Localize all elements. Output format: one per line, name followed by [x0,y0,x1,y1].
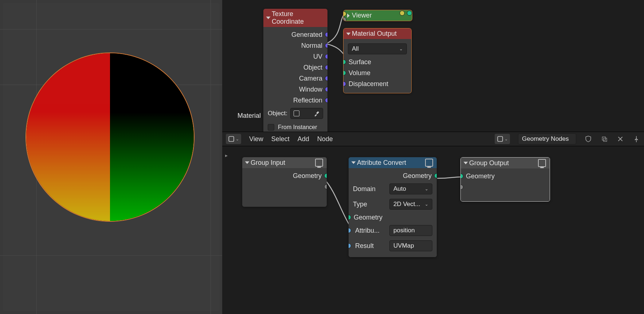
input-surface[interactable]: Surface [343,57,411,67]
output-geometry[interactable]: Geometry [349,170,437,181]
output-camera[interactable]: Camera [263,73,327,84]
collapse-icon[interactable] [245,162,250,164]
sidebar-toggle-icon[interactable]: ▸ [225,152,228,158]
input-result[interactable]: Result UVMap [349,238,437,253]
node-header[interactable]: Group Output [461,158,550,168]
menu-select[interactable]: Select [271,135,290,143]
output-object[interactable]: Object [263,62,327,73]
input-attribute[interactable]: Attribu... position [349,223,437,238]
output-geometry[interactable]: Geometry [242,170,327,181]
nodetree-icon [497,136,503,142]
input-virtual[interactable] [461,182,550,193]
editor-type-dropdown[interactable]: ⌄ [226,134,241,144]
object-icon [294,111,299,116]
collapse-icon[interactable] [346,32,351,35]
node-header[interactable]: Material Output [343,28,411,39]
pin-icon[interactable] [632,135,640,143]
expand-icon[interactable] [347,13,350,18]
checkbox-icon[interactable] [268,124,274,131]
output-normal[interactable]: Normal [263,40,327,51]
result-field[interactable]: UVMap [389,240,432,251]
output-reflection[interactable]: Reflection [263,95,327,106]
node-attribute-convert[interactable]: Attribute Convert Geometry Domain Auto⌄ … [349,157,437,257]
node-viewer[interactable]: Viewer [343,10,412,21]
domain-dropdown[interactable]: Auto⌄ [389,183,432,194]
input-geometry[interactable]: Geometry [349,212,437,223]
collapse-icon[interactable] [464,162,468,164]
svg-rect-5 [498,136,503,142]
viewport[interactable] [0,0,222,314]
node-title: Group Input [251,159,285,167]
node-header[interactable]: Attribute Convert [349,157,437,168]
node-title: Texture Coordinate [272,10,324,26]
input-geometry[interactable]: Geometry [461,171,550,182]
geometry-nodes-header: ⌄ View Select Add Node ⌄ Geometry Nodes [222,132,644,146]
node-title: Attribute Convert [357,159,406,167]
preview-sphere [26,53,194,221]
node-group-input[interactable]: Group Input Geometry [242,157,327,207]
collapse-icon[interactable] [352,162,356,164]
menu-add[interactable]: Add [298,135,309,143]
node-title: Material Output [352,30,397,38]
target-dropdown[interactable]: All⌄ [348,43,407,54]
duplicate-icon[interactable] [600,135,608,143]
nodetree-name-field[interactable]: Geometry Nodes [518,133,576,144]
fake-user-icon[interactable] [584,135,592,143]
monitor-icon[interactable] [538,159,546,167]
attribute-field[interactable]: position [389,225,432,236]
monitor-icon[interactable] [315,159,323,167]
type-label: Type [353,201,367,208]
object-label: Object: [268,110,287,117]
output-virtual[interactable] [242,181,327,192]
unlink-icon[interactable] [616,135,624,143]
object-picker[interactable] [290,108,323,119]
node-header[interactable]: Group Input [242,157,327,168]
node-group-output[interactable]: Group Output Geometry [460,157,550,202]
output-uv[interactable]: UV [263,51,327,62]
eyedropper-icon[interactable] [314,111,320,116]
node-texture-coordinate[interactable]: Texture Coordinate Generated Normal UV O… [263,9,327,137]
svg-rect-7 [604,138,607,142]
node-header[interactable]: Viewer [343,10,412,21]
editor-icon [228,136,235,142]
monitor-icon[interactable] [425,159,433,167]
output-generated[interactable]: Generated [263,29,327,40]
collapse-icon[interactable] [266,17,271,19]
node-title: Viewer [352,12,372,19]
svg-rect-4 [229,136,234,142]
menu-view[interactable]: View [249,135,263,143]
domain-label: Domain [353,185,376,193]
type-dropdown[interactable]: 2D Vect...⌄ [389,199,432,210]
editor-label: Material [237,112,261,120]
input-volume[interactable]: Volume [343,67,411,78]
output-window[interactable]: Window [263,84,327,95]
node-title: Group Output [469,159,509,167]
nodetree-type-dropdown[interactable]: ⌄ [495,134,510,144]
node-header[interactable]: Texture Coordinate [263,9,327,27]
input-displacement[interactable]: Displacement [343,78,411,89]
menu-node[interactable]: Node [317,135,333,143]
node-material-output[interactable]: Material Output All⌄ Surface Volume Disp… [343,28,411,93]
svg-rect-6 [602,137,605,140]
